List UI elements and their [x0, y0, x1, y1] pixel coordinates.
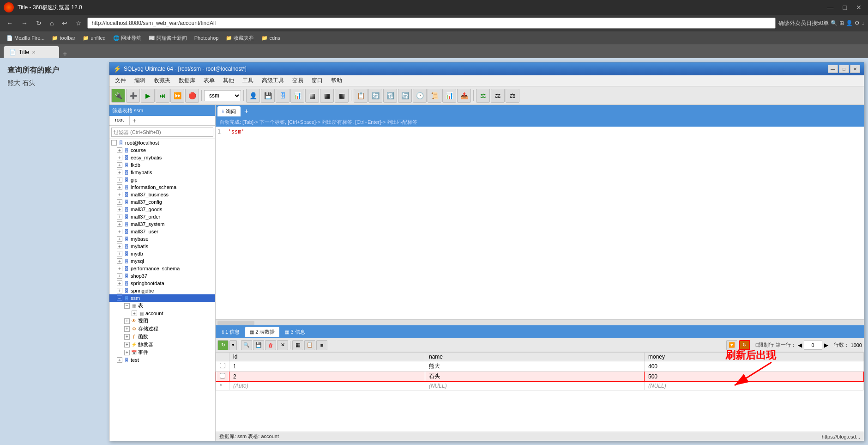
result-btn-highlighted-refresh[interactable]: ↻ — [739, 340, 750, 350]
address-bar[interactable]: http://localhost:8080/ssm_web_war/accoun… — [87, 18, 775, 29]
tree-item-mall37-business[interactable]: + 🗄 mall37_business — [109, 191, 215, 198]
tree-item-mall37-user[interactable]: + 🗄 mall37_user — [109, 228, 215, 235]
download-icon[interactable]: ↓ — [862, 20, 864, 26]
tree-expand-mall37u[interactable]: + — [117, 229, 122, 234]
browser-title-controls[interactable]: — □ ✕ — [825, 3, 864, 12]
tree-expand-info[interactable]: + — [117, 184, 122, 190]
sqlyog-close-button[interactable]: ✕ — [850, 65, 860, 73]
tree-item-functions[interactable]: + ƒ 函数 — [109, 333, 215, 341]
result-btn-grid[interactable]: ▦ — [292, 340, 303, 350]
menu-file[interactable]: 文件 — [111, 76, 130, 85]
tree-item-mybatis[interactable]: + 🗄 mybatis — [109, 243, 215, 250]
tree-item-fkmybatis[interactable]: + 🗄 fkmybatis — [109, 169, 215, 176]
new-tab-button[interactable]: + — [59, 50, 71, 58]
tree-expand-procs[interactable]: + — [124, 326, 130, 332]
query-add-tab-button[interactable]: + — [242, 107, 250, 116]
tree-item-course[interactable]: + 🗄 course — [109, 146, 215, 154]
tree-item-account[interactable]: + ▦ account — [109, 310, 215, 317]
tree-expand-mall37g[interactable]: + — [117, 207, 122, 212]
menu-edit[interactable]: 编辑 — [131, 76, 149, 85]
tree-expand-mall37s[interactable]: + — [117, 221, 122, 227]
search-icon[interactable]: 🔍 — [831, 20, 838, 26]
tree-item-tables[interactable]: − ▦ 表 — [109, 302, 215, 310]
result-btn-delete[interactable]: 🗑 — [265, 340, 276, 350]
tree-item-ssm[interactable]: − 🗄 ssm — [109, 294, 215, 302]
query-editor[interactable]: 1 'ssm' — [216, 127, 864, 320]
row2-checkbox[interactable] — [216, 372, 229, 382]
menu-other[interactable]: 其他 — [219, 76, 238, 85]
toolbar-clock-btn[interactable]: 🕐 — [413, 89, 427, 103]
home-button[interactable]: ⌂ — [47, 18, 56, 29]
result-tab-data[interactable]: ▦ 2 表数据 — [245, 327, 279, 337]
toolbar-sql1-btn[interactable]: 📋 — [354, 89, 368, 103]
toolbar-play-btn[interactable]: ▶ — [141, 89, 155, 103]
bookmark-nav[interactable]: 🌐 网址导航 — [110, 34, 144, 43]
toolbar-run-btn[interactable]: ⏩ — [170, 89, 184, 103]
menu-favorites[interactable]: 收藏夹 — [150, 76, 174, 85]
col-id[interactable]: id — [229, 353, 425, 361]
minimize-button[interactable]: — — [825, 3, 837, 12]
toolbar-connect-btn[interactable]: 🔌 — [111, 89, 125, 103]
menu-advanced[interactable]: 高级工具 — [258, 76, 288, 85]
toolbar-next-btn[interactable]: ⏭ — [156, 89, 169, 103]
query-tab-1[interactable]: ℹ 询问 — [217, 106, 241, 116]
tree-item-springbootdata[interactable]: + 🗄 springbootdata — [109, 280, 215, 287]
tree-item-eesy[interactable]: + 🗄 eesy_mybatis — [109, 154, 215, 161]
db-tab-root[interactable]: root — [109, 116, 130, 125]
refresh-button[interactable]: ↻ — [33, 18, 44, 29]
tree-item-mysql[interactable]: + 🗄 mysql — [109, 257, 215, 265]
bookmark-unfiled[interactable]: 📁 unfiled — [80, 34, 108, 42]
bookmark-mozilla[interactable]: 📄 Mozilla Fire... — [4, 34, 47, 42]
sqlyog-maximize-button[interactable]: □ — [839, 65, 849, 73]
toolbar-add-btn[interactable]: ➕ — [126, 89, 140, 103]
tree-expand-mybatis[interactable]: + — [117, 244, 122, 249]
col-money[interactable]: money — [644, 353, 863, 361]
toolbar-stop-btn[interactable]: 🔴 — [185, 89, 199, 103]
back2-button[interactable]: ↩ — [59, 18, 70, 29]
grid-icon[interactable]: ⊞ — [839, 20, 844, 26]
tree-expand-mybase[interactable]: + — [117, 236, 122, 242]
toolbar-sync-btn[interactable]: 🔄 — [368, 89, 382, 103]
menu-tools[interactable]: 工具 — [239, 76, 257, 85]
tree-item-mybase[interactable]: + 🗄 mybase — [109, 235, 215, 243]
tree-item-mall37-goods[interactable]: + 🗄 mall37_goods — [109, 206, 215, 213]
toolbar-table1-btn[interactable]: ▦ — [305, 89, 319, 103]
toolbar-table2-btn[interactable]: ▦ — [320, 89, 334, 103]
result-btn-filter[interactable]: 🔍 — [241, 340, 252, 350]
row1-check[interactable] — [220, 363, 225, 368]
tree-item-mall37-order[interactable]: + 🗄 mall37_order — [109, 213, 215, 220]
sqlyog-minimize-button[interactable]: — — [828, 65, 838, 73]
menu-transaction[interactable]: 交易 — [289, 76, 307, 85]
tree-item-mydb[interactable]: + 🗄 mydb — [109, 250, 215, 257]
tree-expand-root[interactable]: − — [111, 140, 117, 146]
tree-expand-mall37o[interactable]: + — [117, 214, 122, 219]
toolbar-sync2-btn[interactable]: 🔄 — [398, 89, 412, 103]
tab-title[interactable]: 📄 Title ✕ — [4, 46, 59, 58]
bookmark-news[interactable]: 📰 阿瑞酱士新闻 — [146, 34, 190, 43]
menu-help[interactable]: 帮助 — [327, 76, 346, 85]
maximize-button[interactable]: □ — [840, 3, 850, 12]
result-btn-form[interactable]: 📋 — [304, 340, 315, 350]
tree-expand-springbootdata[interactable]: + — [117, 280, 122, 286]
toolbar-db3-btn[interactable]: 📊 — [290, 89, 304, 103]
bookmark-star-icon[interactable]: ☆ — [73, 18, 84, 29]
tree-expand-mysql[interactable]: + — [117, 258, 122, 264]
tree-expand-springjdbc[interactable]: + — [117, 288, 122, 293]
tree-item-shop37[interactable]: + 🗄 shop37 — [109, 272, 215, 280]
tree-item-root[interactable]: − 🗄 root@localhost — [109, 139, 215, 146]
tree-item-info-schema[interactable]: + 🗄 information_schema — [109, 183, 215, 191]
user-icon[interactable]: 👤 — [846, 20, 853, 26]
row1-checkbox[interactable] — [216, 361, 229, 372]
bookmark-cdns[interactable]: 📁 cdns — [259, 34, 283, 42]
tree-expand-tables[interactable]: − — [124, 303, 130, 309]
tree-item-triggers[interactable]: + ⚡ 触发器 — [109, 341, 215, 348]
tree-expand-triggers[interactable]: + — [124, 342, 130, 347]
tree-item-events[interactable]: + 📅 事件 — [109, 348, 215, 356]
toolbar-db2-btn[interactable]: 🗄 — [276, 89, 289, 103]
tree-expand-mall37c[interactable]: + — [117, 199, 122, 205]
tree-item-mall37-config[interactable]: + 🗄 mall37_config — [109, 198, 215, 206]
tree-item-gip[interactable]: + 🗄 gip — [109, 176, 215, 183]
result-btn-x[interactable]: ✕ — [277, 340, 288, 350]
tree-expand-mydb[interactable]: + — [117, 251, 122, 256]
result-btn-save[interactable]: 💾 — [253, 340, 264, 350]
